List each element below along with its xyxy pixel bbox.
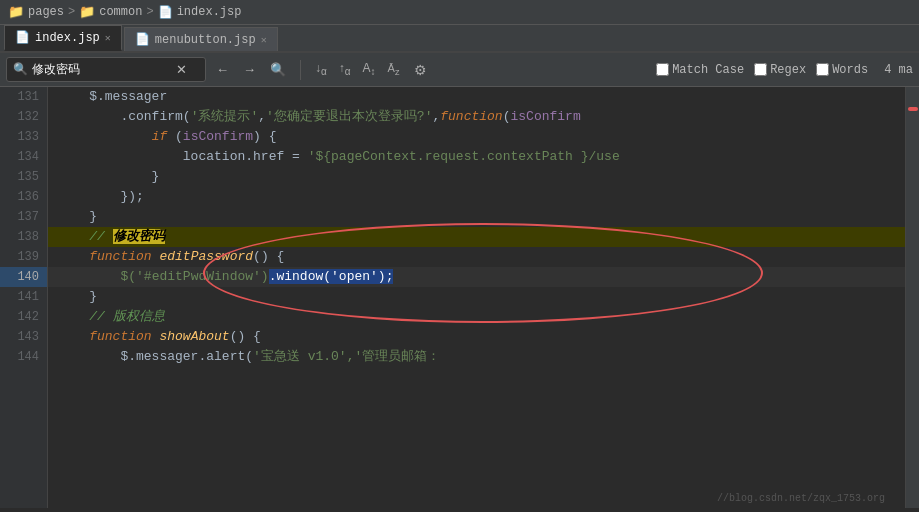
code-line-137: } <box>48 207 905 227</box>
line-num-133: 133 <box>0 127 47 147</box>
tab-index-jsp[interactable]: 📄 index.jsp ✕ <box>4 25 122 51</box>
line-num-131: 131 <box>0 87 47 107</box>
search-prev-button[interactable]: ← <box>212 60 233 79</box>
code-line-141: } <box>48 287 905 307</box>
search-divider <box>300 60 301 80</box>
code-line-135: } <box>48 167 905 187</box>
scroll-marker <box>908 107 918 111</box>
common-folder-icon: 📁 <box>79 4 95 20</box>
code-line-143: function showAbout() { <box>48 327 905 347</box>
code-line-134: location.href = '${pageContext.request.c… <box>48 147 905 167</box>
code-line-132: .confirm('系统提示','您确定要退出本次登录吗?',function(… <box>48 107 905 127</box>
search-bar: 🔍 ✕ ← → 🔍 ↓α ↑α A↕ Āz ⚙ Match Case Regex… <box>0 53 919 87</box>
breadcrumb-pages[interactable]: pages <box>28 5 64 19</box>
tab-index-label: index.jsp <box>35 31 100 45</box>
editor-container: 131 132 133 134 135 136 137 138 139 140 … <box>0 87 919 508</box>
search-clear-button[interactable]: ✕ <box>172 60 191 79</box>
tabs-bar: 📄 index.jsp ✕ 📄 menubutton.jsp ✕ <box>0 25 919 53</box>
line-num-139: 139 <box>0 247 47 267</box>
right-scroll-gutter[interactable] <box>905 87 919 508</box>
breadcrumb-common[interactable]: common <box>99 5 142 19</box>
code-lines: $.messager .confirm('系统提示','您确定要退出本次登录吗?… <box>48 87 905 367</box>
line-numbers-gutter: 131 132 133 134 135 136 137 138 139 140 … <box>0 87 48 508</box>
line-num-140: 140 <box>0 267 47 287</box>
regex-checkbox[interactable] <box>754 63 767 76</box>
tab-index-icon: 📄 <box>15 30 30 45</box>
line-num-143: 143 <box>0 327 47 347</box>
match-count: 4 ma <box>884 63 913 77</box>
search-format-btn1[interactable]: ↓α <box>311 59 331 79</box>
line-num-132: 132 <box>0 107 47 127</box>
words-label: Words <box>832 63 868 77</box>
tab-index-close[interactable]: ✕ <box>105 32 111 44</box>
index-file-icon: 📄 <box>158 5 173 20</box>
tab-menubutton-jsp[interactable]: 📄 menubutton.jsp ✕ <box>124 27 278 51</box>
code-line-131: $.messager <box>48 87 905 107</box>
words-checkbox[interactable] <box>816 63 829 76</box>
code-line-139: function editPassword() { <box>48 247 905 267</box>
search-next-button[interactable]: → <box>239 60 260 79</box>
search-input-wrapper: 🔍 ✕ <box>6 57 206 82</box>
watermark: //blog.csdn.net/zqx_1753.org <box>717 493 885 504</box>
search-format-btn3[interactable]: A↕ <box>359 59 380 79</box>
search-input[interactable] <box>32 63 172 77</box>
line-num-142: 142 <box>0 307 47 327</box>
code-line-138: // 修改密码 <box>48 227 905 247</box>
code-line-140: 💡 $('#editPwdWindow').window('open'); <box>48 267 905 287</box>
search-toolbar-buttons: ↓α ↑α A↕ Āz <box>311 59 404 79</box>
match-case-label: Match Case <box>672 63 744 77</box>
line-num-134: 134 <box>0 147 47 167</box>
match-options: Match Case Regex Words 4 ma <box>656 63 913 77</box>
search-format-btn4[interactable]: Āz <box>384 60 404 79</box>
tab-menu-icon: 📄 <box>135 32 150 47</box>
pages-folder-icon: 📁 <box>8 4 24 20</box>
code-line-136: }); <box>48 187 905 207</box>
match-case-checkbox[interactable] <box>656 63 669 76</box>
line-num-144: 144 <box>0 347 47 367</box>
regex-option[interactable]: Regex <box>754 63 806 77</box>
code-line-144: $.messager.alert('宝急送 v1.0','管理员邮箱： <box>48 347 905 367</box>
search-find-button[interactable]: 🔍 <box>266 60 290 79</box>
line-num-135: 135 <box>0 167 47 187</box>
code-line-142: // 版权信息 <box>48 307 905 327</box>
line-num-138: 138 <box>0 227 47 247</box>
words-option[interactable]: Words <box>816 63 868 77</box>
breadcrumb-bar: 📁 pages > 📁 common > 📄 index.jsp <box>0 0 919 25</box>
code-line-133: if (isConfirm) { <box>48 127 905 147</box>
search-format-btn2[interactable]: ↑α <box>335 59 355 79</box>
search-settings-button[interactable]: ⚙ <box>410 60 431 80</box>
search-icon: 🔍 <box>13 62 28 77</box>
code-area[interactable]: $.messager .confirm('系统提示','您确定要退出本次登录吗?… <box>48 87 905 508</box>
match-case-option[interactable]: Match Case <box>656 63 744 77</box>
line-num-137: 137 <box>0 207 47 227</box>
regex-label: Regex <box>770 63 806 77</box>
breadcrumb-index[interactable]: index.jsp <box>177 5 242 19</box>
tab-menu-close[interactable]: ✕ <box>261 34 267 46</box>
line-num-141: 141 <box>0 287 47 307</box>
line-num-136: 136 <box>0 187 47 207</box>
tab-menu-label: menubutton.jsp <box>155 33 256 47</box>
